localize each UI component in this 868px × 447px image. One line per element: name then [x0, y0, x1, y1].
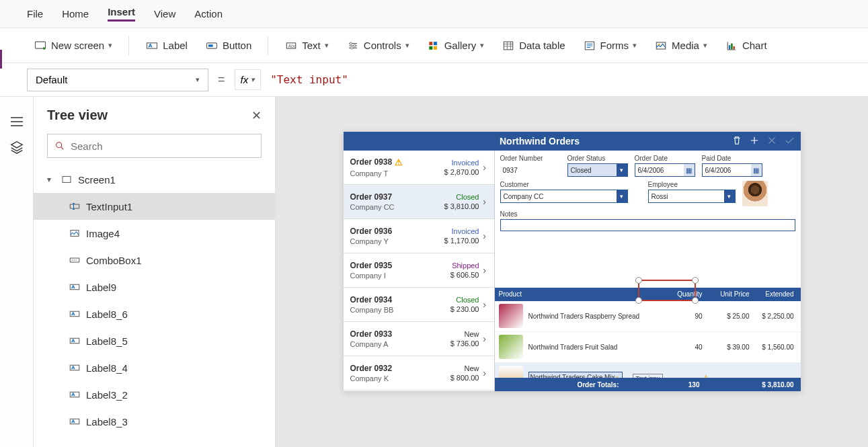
svg-rect-28	[70, 284, 79, 290]
order-row[interactable]: Order 0936Company YInvoiced$ 1,170.00›	[344, 219, 494, 253]
layers-icon[interactable]	[9, 140, 24, 155]
ribbon-text[interactable]: Abc Text ▾	[278, 35, 336, 56]
property-selector[interactable]: Default ▾	[27, 69, 208, 91]
tree-node-textinput1[interactable]: TextInput1	[34, 193, 275, 220]
chevron-down-icon: ▾	[480, 41, 484, 50]
screen-icon	[61, 173, 73, 186]
ribbon-chart[interactable]: Chart	[718, 35, 774, 56]
svg-rect-18	[731, 43, 733, 48]
trash-icon[interactable]	[731, 134, 743, 148]
svg-rect-11	[429, 46, 432, 49]
menu-file[interactable]: File	[27, 8, 43, 19]
svg-text:Abc: Abc	[288, 44, 297, 48]
ribbon-forms[interactable]: Forms ▾	[576, 35, 644, 56]
product-row-new[interactable]: Northwind Traders Cake Mix▾⚠Text inpu⚠	[495, 363, 801, 378]
tree-node-label9[interactable]: Label9	[34, 274, 275, 300]
button-icon	[205, 39, 219, 52]
chevron-down-icon: ▾	[196, 75, 200, 84]
ribbon-gallery-label: Gallery	[444, 40, 477, 51]
ribbon-forms-label: Forms	[600, 40, 629, 51]
tree-node-label8_4[interactable]: Label8_4	[34, 354, 275, 381]
order-row[interactable]: Order 0935Company IShipped$ 606.50›	[344, 253, 494, 288]
svg-rect-19	[733, 46, 735, 48]
svg-rect-29	[70, 311, 79, 317]
ribbon-new-screen[interactable]: New screen ▾	[27, 35, 119, 56]
order-list[interactable]: Order 0938 ⚠Company TInvoiced$ 2,870.00›…	[344, 151, 495, 391]
product-row[interactable]: Northwind Traders Fruit Salad40$ 39.00$ …	[495, 332, 801, 363]
fx-button[interactable]: fx▾	[235, 69, 262, 90]
label-paid-date: Paid Date	[702, 155, 762, 162]
ribbon-text-label: Text	[302, 40, 321, 51]
forms-icon	[583, 39, 596, 52]
customer-select[interactable]: Company CC▾	[500, 190, 628, 203]
text-icon: Abc	[284, 39, 298, 52]
expander-icon[interactable]: ▾	[47, 175, 55, 184]
selection-box[interactable]	[638, 280, 696, 301]
product-row[interactable]: Northwind Traders Raspberry Spread90$ 25…	[495, 301, 801, 332]
plus-icon[interactable]	[748, 134, 760, 148]
search-icon	[54, 140, 65, 151]
menu-action[interactable]: Action	[194, 8, 223, 19]
ribbon-media[interactable]: Media ▾	[647, 35, 714, 56]
ribbon-data-table[interactable]: Data table	[495, 35, 571, 56]
canvas[interactable]: Northwind Orders Order 0938 ⚠Company TIn…	[276, 97, 868, 447]
order-row[interactable]: Order 0937Company CCClosed$ 3,810.00›	[344, 185, 494, 219]
menu-bar: File Home Insert View Action	[0, 0, 868, 28]
left-rail	[0, 97, 34, 447]
order-status-select[interactable]: Closed▾	[567, 163, 628, 177]
svg-point-6	[350, 42, 352, 44]
tree-search-input[interactable]	[71, 140, 254, 152]
checkmark-icon[interactable]	[783, 134, 795, 148]
tree-node-label8_6[interactable]: Label8_6	[34, 300, 275, 327]
ribbon-button[interactable]: Button	[198, 35, 258, 56]
label-customer: Customer	[500, 181, 628, 188]
tree-node-image4[interactable]: Image4	[34, 220, 275, 247]
label-order-number: Order Number	[500, 155, 561, 162]
order-detail: Order Number0937 Order StatusClosed▾ Ord…	[495, 151, 801, 391]
svg-rect-22	[70, 204, 79, 208]
order-date-input[interactable]: 6/4/2006▦	[635, 163, 695, 177]
tree-node-screen1[interactable]: ▾ Screen1	[34, 166, 275, 193]
data-table-icon	[502, 39, 515, 52]
svg-point-25	[72, 259, 73, 261]
svg-rect-1	[147, 42, 157, 48]
svg-point-16	[658, 44, 660, 46]
chart-icon	[725, 39, 738, 52]
order-row[interactable]: Order 0938 ⚠Company TInvoiced$ 2,870.00›	[344, 151, 494, 185]
order-row[interactable]: Order 0932Company KNew$ 800.00›	[344, 356, 494, 391]
ribbon-label[interactable]: Label	[139, 35, 194, 56]
svg-rect-33	[70, 419, 79, 424]
svg-rect-17	[729, 45, 731, 49]
main-row: Tree view ✕ ▾ Screen1 TextInput1Image4Co…	[0, 97, 868, 447]
cancel-x-icon[interactable]	[766, 134, 778, 148]
menu-home[interactable]: Home	[62, 8, 89, 19]
tree-search-box[interactable]	[47, 134, 262, 158]
employee-select[interactable]: Rossi▾	[648, 190, 736, 203]
hamburger-icon[interactable]	[11, 117, 23, 126]
tree-node-label8_3[interactable]: Label8_3	[34, 408, 275, 435]
order-row[interactable]: Order 0934Company BBClosed$ 230.00›	[344, 288, 494, 322]
controls-icon	[346, 39, 360, 52]
menu-view[interactable]: View	[154, 8, 175, 19]
svg-point-26	[74, 259, 75, 261]
formula-value[interactable]: "Text input"	[270, 73, 348, 86]
svg-point-8	[350, 46, 352, 48]
notes-input[interactable]	[500, 219, 795, 231]
order-row[interactable]: Order 0933Company ANew$ 736.00›	[344, 322, 494, 356]
ribbon-gallery[interactable]: Gallery ▾	[420, 35, 491, 56]
svg-rect-31	[70, 365, 79, 370]
ribbon-controls[interactable]: Controls ▾	[340, 35, 416, 56]
paid-date-input[interactable]: 6/4/2006▦	[702, 163, 762, 177]
tree-node-combobox1[interactable]: ComboBox1	[34, 247, 275, 274]
order-number-value: 0937	[500, 163, 561, 177]
tree-view-title: Tree view	[47, 108, 108, 123]
ribbon-media-label: Media	[672, 40, 699, 51]
tree-node-label3_2[interactable]: Label3_2	[34, 381, 275, 408]
menu-insert[interactable]: Insert	[108, 6, 135, 22]
close-icon[interactable]: ✕	[251, 108, 262, 123]
ribbon-controls-label: Controls	[364, 40, 401, 51]
tree-node-label8_5[interactable]: Label8_5	[34, 327, 275, 354]
tree-node-label: Screen1	[78, 174, 116, 186]
ribbon-new-screen-label: New screen	[51, 40, 104, 51]
svg-point-7	[354, 44, 356, 46]
